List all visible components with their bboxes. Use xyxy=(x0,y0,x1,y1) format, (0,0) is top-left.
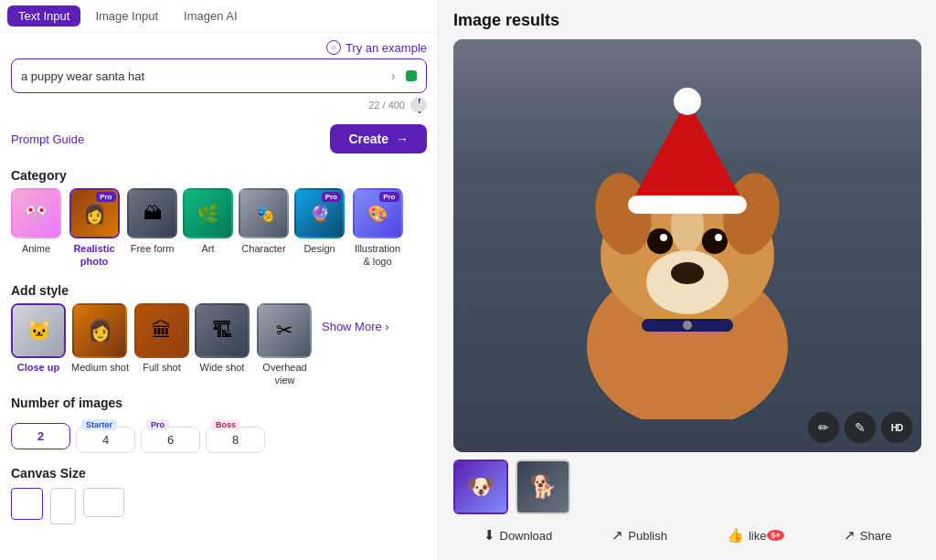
category-thumb-illustration: 🎨 Pro xyxy=(353,188,403,238)
svg-point-17 xyxy=(683,321,692,330)
canvas-size-title: Canvas Size xyxy=(11,466,427,481)
svg-point-15 xyxy=(697,378,760,415)
category-item-anime[interactable]: 🎌 Anime xyxy=(11,188,61,269)
category-label-anime: Anime xyxy=(22,242,50,255)
color-ring-icon xyxy=(410,97,427,113)
num-input-pro: Pro xyxy=(141,427,200,453)
text-input-wrapper: › xyxy=(11,58,427,93)
canvas-item-landscape[interactable] xyxy=(83,488,124,524)
canvas-shape-landscape xyxy=(83,488,124,517)
style-item-medium[interactable]: 👩 Medium shot xyxy=(71,303,129,387)
prompt-input[interactable] xyxy=(21,69,384,83)
num-input-2[interactable] xyxy=(11,423,70,449)
try-example-label: Try an example xyxy=(346,41,427,55)
puppy-illustration xyxy=(550,72,824,419)
svg-point-6 xyxy=(660,234,667,241)
category-title: Category xyxy=(0,163,438,188)
num-input-boss: Boss xyxy=(206,427,265,453)
tab-imagen-ai[interactable]: Imagen AI xyxy=(173,5,249,26)
category-thumb-realistic: 👩 Pro xyxy=(69,188,120,238)
category-thumb-character: 🎭 xyxy=(239,188,289,238)
svg-point-7 xyxy=(715,234,722,241)
like-icon: 👍 xyxy=(727,527,744,544)
style-label-closeup: Close up xyxy=(17,361,59,374)
like-count-badge: 5+ xyxy=(767,530,783,541)
hd-button[interactable]: HD xyxy=(881,412,912,443)
style-item-overhead[interactable]: ✂ Overhead view xyxy=(255,303,314,387)
category-label-freeform: Free form xyxy=(131,242,175,255)
svg-point-14 xyxy=(614,378,678,415)
style-item-wide[interactable]: 🏗 Wide shot xyxy=(195,303,250,387)
share-icon: ↗ xyxy=(844,527,856,544)
thumbnail-2[interactable]: 🐕 xyxy=(516,460,570,514)
num-images-row: Starter Pro Boss xyxy=(0,416,438,462)
svg-rect-12 xyxy=(628,195,747,214)
num-input-6[interactable] xyxy=(141,427,200,453)
style-item-closeup[interactable]: 🐱 Close up xyxy=(11,303,66,387)
prompt-guide-link[interactable]: Prompt Guide xyxy=(11,132,84,146)
canvas-section: Canvas Size xyxy=(0,462,438,528)
download-label: Download xyxy=(500,529,553,543)
canvas-item-portrait[interactable] xyxy=(50,488,76,524)
category-label-art: Art xyxy=(201,242,214,255)
share-button[interactable]: ↗ Share xyxy=(844,527,892,544)
category-label-realistic: Realistic photo xyxy=(67,242,122,269)
main-image-container: ✏ ✎ HD xyxy=(453,39,921,452)
category-item-illustration[interactable]: 🎨 Pro Illustration & logo xyxy=(350,188,405,269)
left-panel: Text Input Image Input Imagen AI ○ Try a… xyxy=(0,0,439,560)
edit-brush-button[interactable]: ✏ xyxy=(808,412,839,443)
svg-point-4 xyxy=(647,228,673,254)
style-label-medium: Medium shot xyxy=(71,361,129,374)
pro-badge-realistic: Pro xyxy=(96,192,115,202)
tabs-bar: Text Input Image Input Imagen AI xyxy=(0,0,438,33)
num-input-primary xyxy=(11,423,70,449)
try-example-button[interactable]: ○ Try an example xyxy=(326,40,427,55)
category-item-realistic[interactable]: 👩 Pro Realistic photo xyxy=(67,188,122,269)
edit-pen-button[interactable]: ✎ xyxy=(845,412,876,443)
category-thumb-anime: 🎌 xyxy=(11,188,61,238)
category-item-freeform[interactable]: 🏔 Free form xyxy=(127,188,177,269)
style-thumb-fullshot: 🏛 xyxy=(134,303,189,358)
pro-badge-design: Pro xyxy=(322,192,341,202)
canvas-item-square[interactable] xyxy=(11,488,43,524)
try-example-row: ○ Try an example xyxy=(0,33,438,58)
input-area: › 22 / 400 xyxy=(0,58,438,121)
svg-point-13 xyxy=(674,88,701,115)
share-label: Share xyxy=(860,529,892,543)
create-arrow-icon: → xyxy=(396,132,409,146)
submit-arrow-button[interactable]: › xyxy=(384,67,402,85)
download-button[interactable]: ⬇ Download xyxy=(484,527,553,544)
num-input-8[interactable] xyxy=(206,427,265,453)
category-thumb-freeform: 🏔 xyxy=(127,188,177,238)
like-button[interactable]: 👍 like 5+ xyxy=(727,527,784,544)
show-more-button[interactable]: Show More › xyxy=(322,320,389,333)
create-button[interactable]: Create → xyxy=(330,124,427,153)
style-thumb-wide: 🏗 xyxy=(195,303,250,358)
thumbnails-row: 🐶 🐕 xyxy=(453,460,921,514)
download-icon: ⬇ xyxy=(484,527,495,544)
style-item-fullshot[interactable]: 🏛 Full shot xyxy=(134,303,189,387)
category-label-character: Character xyxy=(241,242,285,255)
publish-button[interactable]: ↗ Publish xyxy=(612,527,667,544)
num-images-title: Number of images xyxy=(0,390,438,416)
category-item-design[interactable]: 🔮 Pro Design xyxy=(294,188,345,269)
tab-text-input[interactable]: Text Input xyxy=(7,5,80,26)
category-item-art[interactable]: 🌿 Art xyxy=(183,188,233,269)
publish-icon: ↗ xyxy=(612,527,623,544)
right-panel: Image results xyxy=(439,0,936,560)
results-title: Image results xyxy=(453,11,921,30)
add-style-title: Add style xyxy=(0,278,438,303)
action-row: ⬇ Download ↗ Publish 👍 like 5+ ↗ Share xyxy=(453,522,921,549)
tab-image-input[interactable]: Image Input xyxy=(84,5,169,26)
style-thumb-closeup: 🐱 xyxy=(11,303,66,358)
style-label-fullshot: Full shot xyxy=(143,361,181,374)
num-input-4[interactable] xyxy=(76,427,135,453)
style-thumb-overhead: ✂ xyxy=(257,303,312,358)
tier-badge-pro: Pro xyxy=(146,419,169,430)
num-input-starter: Starter xyxy=(76,427,135,453)
style-label-overhead: Overhead view xyxy=(255,361,314,387)
circle-icon: ○ xyxy=(326,40,341,55)
category-item-character[interactable]: 🎭 Character xyxy=(239,188,289,269)
thumbnail-1[interactable]: 🐶 xyxy=(453,460,508,514)
style-grid: 🐱 Close up 👩 Medium shot 🏛 Full shot 🏗 xyxy=(11,303,314,387)
